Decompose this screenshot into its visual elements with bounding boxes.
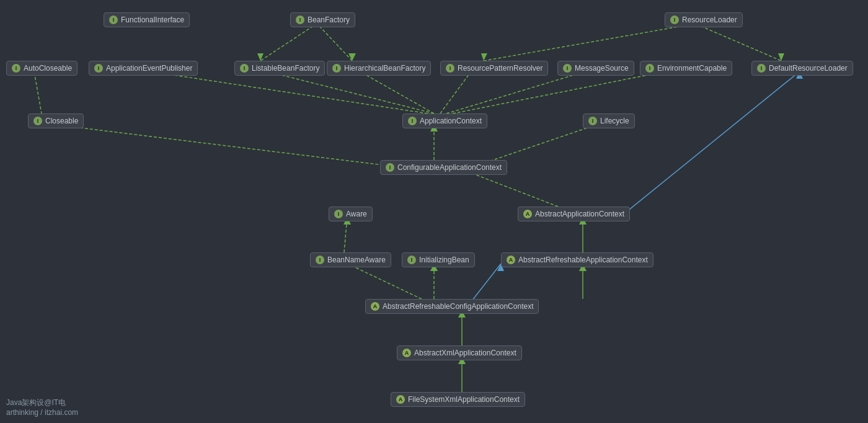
icon-abstract-refreshable-config-app-context: A: [371, 302, 379, 311]
watermark-line1: Java架构设@IT电: [6, 398, 78, 408]
svg-line-0: [260, 26, 313, 61]
icon-file-system-xml-app-context: A: [396, 395, 405, 404]
label-abstract-app-context: AbstractApplicationContext: [535, 210, 624, 218]
label-file-system-xml-app-context: FileSystemXmlApplicationContext: [408, 395, 520, 404]
node-abstract-refreshable-config-app-context: A AbstractRefreshableConfigApplicationCo…: [365, 299, 539, 314]
label-default-resource-loader: DefaultResourceLoader: [769, 64, 848, 73]
svg-line-8: [267, 71, 434, 114]
svg-line-6: [701, 26, 781, 61]
svg-marker-1: [257, 53, 264, 61]
watermark: Java架构设@IT电 arthinking / itzhai.com: [6, 398, 78, 417]
label-initializing-bean: InitializingBean: [419, 256, 469, 264]
icon-app-event-publisher: I: [94, 64, 103, 73]
svg-line-28: [465, 171, 558, 207]
label-listable-bean-factory: ListableBeanFactory: [252, 64, 319, 73]
node-application-context: I ApplicationContext: [402, 114, 487, 128]
label-app-event-publisher: ApplicationEventPublisher: [106, 64, 192, 73]
icon-listable-bean-factory: I: [240, 64, 249, 73]
icon-application-context: I: [408, 117, 417, 125]
label-hierarchical-bean-factory: HierarchicalBeanFactory: [344, 64, 425, 73]
svg-line-10: [360, 71, 434, 114]
icon-closeable: I: [33, 117, 42, 125]
svg-line-38: [347, 264, 422, 299]
label-lifecycle: Lifecycle: [600, 117, 629, 125]
svg-marker-3: [348, 53, 356, 61]
svg-line-2: [319, 26, 352, 61]
node-bean-factory: I BeanFactory: [290, 12, 355, 27]
node-bean-name-aware: I BeanNameAware: [310, 252, 391, 267]
node-abstract-xml-app-context: A AbstractXmlApplicationContext: [397, 345, 522, 360]
icon-bean-name-aware: I: [316, 256, 324, 264]
icon-bean-factory: I: [296, 16, 304, 24]
node-auto-closeable: I AutoCloseable: [6, 61, 78, 76]
label-bean-name-aware: BeanNameAware: [327, 256, 386, 264]
icon-lifecycle: I: [588, 117, 597, 125]
node-lifecycle: I Lifecycle: [583, 114, 635, 128]
label-abstract-xml-app-context: AbstractXmlApplicationContext: [414, 349, 516, 357]
node-configurable-app-context: I ConfigurableApplicationContext: [380, 160, 507, 175]
svg-line-26: [50, 124, 403, 167]
icon-functional-interface: I: [109, 16, 118, 24]
node-environment-capable: I EnvironmentCapable: [640, 61, 732, 76]
svg-line-16: [453, 71, 666, 114]
icon-abstract-xml-app-context: A: [402, 349, 411, 357]
node-app-event-publisher: I ApplicationEventPublisher: [89, 61, 198, 76]
node-aware: I Aware: [329, 207, 373, 221]
label-bean-factory: BeanFactory: [308, 16, 350, 24]
node-listable-bean-factory: I ListableBeanFactory: [234, 61, 325, 76]
label-auto-closeable: AutoCloseable: [24, 64, 72, 73]
icon-environment-capable: I: [645, 64, 654, 73]
node-resource-pattern-resolver: I ResourcePatternResolver: [440, 61, 548, 76]
icon-resource-pattern-resolver: I: [446, 64, 454, 73]
icon-initializing-bean: I: [407, 256, 416, 264]
node-abstract-app-context: A AbstractApplicationContext: [518, 207, 630, 221]
label-environment-capable: EnvironmentCapable: [657, 64, 727, 73]
label-resource-loader: ResourceLoader: [682, 16, 737, 24]
icon-auto-closeable: I: [12, 64, 20, 73]
svg-line-32: [344, 217, 347, 252]
svg-marker-7: [778, 53, 784, 61]
label-application-context: ApplicationContext: [420, 117, 482, 125]
diagram-container: I FunctionalInterface I BeanFactory I Re…: [0, 0, 868, 423]
node-hierarchical-bean-factory: I HierarchicalBeanFactory: [327, 61, 431, 76]
label-functional-interface: FunctionalInterface: [121, 16, 184, 24]
watermark-line2: arthinking / itzhai.com: [6, 408, 78, 417]
svg-line-30: [620, 71, 800, 217]
icon-configurable-app-context: I: [386, 163, 394, 172]
node-resource-loader: I ResourceLoader: [665, 12, 743, 27]
icon-aware: I: [334, 210, 343, 218]
label-closeable: Closeable: [45, 117, 78, 125]
label-abstract-refreshable-app-context: AbstractRefreshableApplicationContext: [518, 256, 648, 264]
label-message-source: MessageSource: [575, 64, 629, 73]
node-default-resource-loader: I DefaultResourceLoader: [751, 61, 853, 76]
icon-hierarchical-bean-factory: I: [332, 64, 341, 73]
label-configurable-app-context: ConfigurableApplicationContext: [397, 163, 502, 172]
label-aware: Aware: [346, 210, 367, 218]
label-resource-pattern-resolver: ResourcePatternResolver: [458, 64, 542, 73]
node-initializing-bean: I InitializingBean: [402, 252, 475, 267]
svg-marker-5: [481, 53, 487, 61]
svg-line-18: [149, 71, 428, 114]
node-message-source: I MessageSource: [557, 61, 634, 76]
node-closeable: I Closeable: [28, 114, 84, 128]
icon-resource-loader: I: [670, 16, 679, 24]
icon-message-source: I: [563, 64, 572, 73]
node-abstract-refreshable-app-context: A AbstractRefreshableApplicationContext: [501, 252, 653, 267]
label-abstract-refreshable-config-app-context: AbstractRefreshableConfigApplicationCont…: [383, 302, 533, 311]
svg-line-14: [446, 71, 586, 114]
node-functional-interface: I FunctionalInterface: [104, 12, 190, 27]
icon-default-resource-loader: I: [757, 64, 766, 73]
icon-abstract-refreshable-app-context: A: [507, 256, 515, 264]
svg-line-4: [484, 26, 682, 61]
svg-line-12: [440, 71, 471, 114]
node-file-system-xml-app-context: A FileSystemXmlApplicationContext: [391, 392, 525, 407]
icon-abstract-app-context: A: [523, 210, 532, 218]
